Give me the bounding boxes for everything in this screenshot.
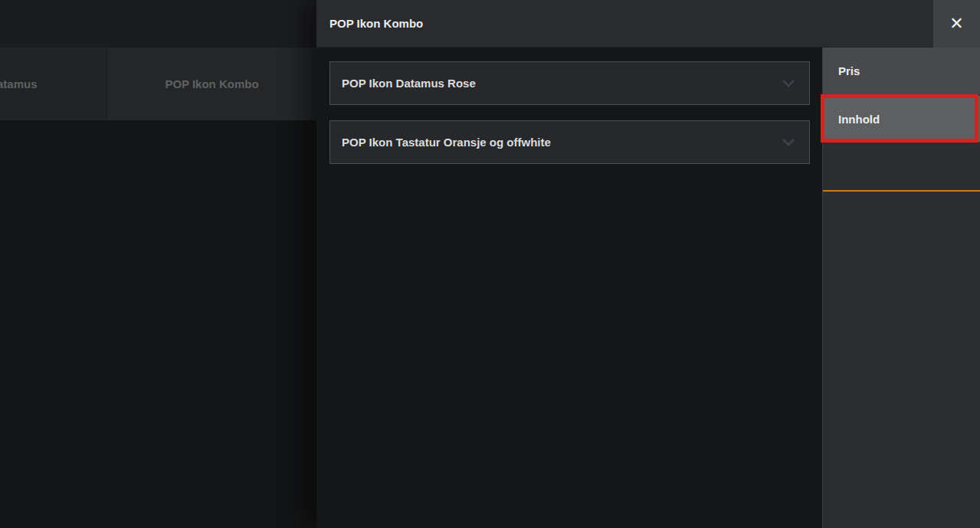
dropdown-tastatur-value: POP Ikon Tastatur Oransje og offwhite — [342, 136, 782, 149]
background-tab-kombo[interactable]: POP Ikon Kombo — [107, 48, 316, 120]
modal-title: POP Ikon Kombo — [329, 17, 423, 30]
background-tab-row: atamus POP Ikon Kombo — [0, 48, 316, 120]
chevron-down-icon — [782, 138, 795, 147]
product-modal: POP Ikon Kombo ✕ POP Ikon Datamus Rose P… — [316, 0, 980, 528]
background-tab-datamus[interactable]: atamus — [0, 48, 107, 120]
modal-header: POP Ikon Kombo ✕ — [316, 0, 980, 48]
sidebar-item-innhold[interactable]: Innhold — [823, 96, 980, 142]
screen: atamus POP Ikon Kombo POP Ikon Kombo ✕ P… — [0, 0, 980, 528]
background-tab-datamus-label: atamus — [0, 77, 38, 90]
background-page-body — [0, 120, 316, 528]
dropdown-datamus-value: POP Ikon Datamus Rose — [342, 77, 782, 90]
close-icon: ✕ — [949, 15, 963, 32]
dropdown-datamus[interactable]: POP Ikon Datamus Rose — [329, 61, 810, 105]
sidebar-item-pris[interactable]: Pris — [823, 48, 980, 94]
sidebar-item-innhold-label: Innhold — [838, 113, 880, 126]
chevron-down-icon — [782, 79, 795, 88]
background-page-header — [0, 0, 316, 48]
background-tab-kombo-label: POP Ikon Kombo — [165, 77, 258, 90]
close-button[interactable]: ✕ — [933, 0, 980, 48]
sidebar-item-pris-label: Pris — [838, 64, 860, 77]
modal-sidebar: Pris Innhold — [822, 48, 980, 528]
dropdown-tastatur[interactable]: POP Ikon Tastatur Oransje og offwhite — [329, 120, 810, 164]
modal-main: POP Ikon Datamus Rose POP Ikon Tastatur … — [316, 48, 822, 528]
active-item-underline — [823, 190, 980, 192]
